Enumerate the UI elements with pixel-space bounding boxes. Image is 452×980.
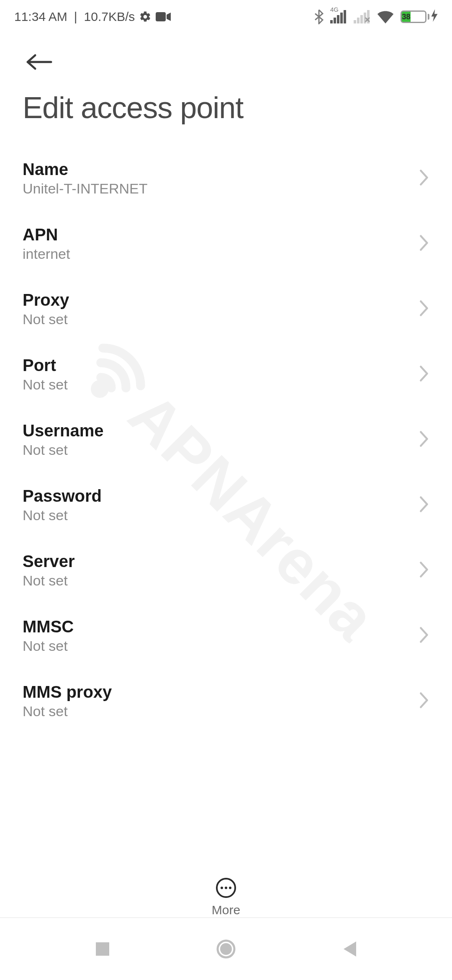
system-nav-bar <box>0 917 452 980</box>
app-header: Edit access point <box>0 34 452 129</box>
status-time: 11:34 AM <box>14 10 67 24</box>
settings-list: Name Unitel-T-INTERNET APN internet Prox… <box>0 129 452 724</box>
chevron-right-icon <box>419 561 429 580</box>
svg-rect-7 <box>357 18 360 23</box>
svg-rect-2 <box>334 18 336 23</box>
signal-sim1: 4G <box>330 10 347 23</box>
svg-point-15 <box>229 887 231 889</box>
chevron-right-icon <box>419 495 429 515</box>
status-data-rate: 10.7KB/s <box>84 10 135 24</box>
svg-point-13 <box>221 887 223 889</box>
setting-password[interactable]: Password Not set <box>0 472 452 538</box>
svg-rect-5 <box>344 10 346 23</box>
battery-percentage: 38 <box>402 12 411 22</box>
setting-label: APN <box>23 225 70 244</box>
svg-rect-3 <box>337 15 339 23</box>
setting-label: Proxy <box>23 291 69 309</box>
setting-value: Unitel-T-INTERNET <box>23 181 147 197</box>
svg-point-14 <box>225 887 227 889</box>
setting-mms-proxy[interactable]: MMS proxy Not set <box>0 668 452 724</box>
scroll-area[interactable]: Name Unitel-T-INTERNET APN internet Prox… <box>0 129 452 724</box>
svg-rect-6 <box>354 20 356 23</box>
wifi-icon <box>377 10 394 23</box>
gear-icon <box>139 10 152 23</box>
setting-label: Server <box>23 552 75 571</box>
svg-rect-4 <box>340 13 343 23</box>
status-divider: | <box>74 10 77 24</box>
setting-proxy[interactable]: Proxy Not set <box>0 276 452 342</box>
setting-label: Password <box>23 487 102 505</box>
status-right: 4G 38 <box>314 9 438 24</box>
nav-back-button[interactable] <box>341 940 358 958</box>
more-button[interactable]: More <box>212 877 240 917</box>
nav-recent-button[interactable] <box>94 941 111 957</box>
setting-port[interactable]: Port Not set <box>0 342 452 407</box>
setting-username[interactable]: Username Not set <box>0 407 452 472</box>
chevron-right-icon <box>419 430 429 449</box>
battery-indicator: 38 <box>401 9 438 24</box>
status-left: 11:34 AM | 10.7KB/s <box>14 10 171 24</box>
svg-rect-1 <box>330 20 333 23</box>
setting-value: internet <box>23 246 70 262</box>
more-label: More <box>212 903 240 917</box>
setting-value: Not set <box>23 311 69 328</box>
setting-label: Port <box>23 356 68 375</box>
setting-name[interactable]: Name Unitel-T-INTERNET <box>0 146 452 211</box>
setting-label: MMSC <box>23 617 74 636</box>
svg-rect-8 <box>360 15 363 23</box>
svg-rect-0 <box>156 12 166 21</box>
svg-point-18 <box>220 943 232 955</box>
setting-value: Not set <box>23 703 112 720</box>
back-button[interactable] <box>23 50 55 74</box>
svg-rect-16 <box>96 942 109 956</box>
signal-sim2 <box>354 10 370 23</box>
chevron-right-icon <box>419 365 429 384</box>
setting-value: Not set <box>23 377 68 393</box>
setting-apn[interactable]: APN internet <box>0 211 452 276</box>
setting-value: Not set <box>23 638 74 654</box>
setting-value: Not set <box>23 442 103 458</box>
setting-label: MMS proxy <box>23 683 112 701</box>
charging-icon <box>431 9 438 24</box>
chevron-right-icon <box>419 169 429 188</box>
setting-value: Not set <box>23 507 102 524</box>
chevron-right-icon <box>419 234 429 253</box>
status-bar: 11:34 AM | 10.7KB/s 4G 38 <box>0 0 452 34</box>
signal-4g-label: 4G <box>330 6 339 13</box>
nav-home-button[interactable] <box>215 938 237 960</box>
page-title: Edit access point <box>23 90 429 125</box>
setting-mmsc[interactable]: MMSC Not set <box>0 603 452 668</box>
chevron-right-icon <box>419 299 429 319</box>
chevron-right-icon <box>419 626 429 645</box>
bluetooth-icon <box>314 9 324 24</box>
list-fade-mask <box>0 808 452 842</box>
setting-label: Name <box>23 160 147 179</box>
setting-label: Username <box>23 421 103 440</box>
bottom-toolbar: More <box>0 869 452 917</box>
setting-value: Not set <box>23 573 75 589</box>
setting-server[interactable]: Server Not set <box>0 538 452 603</box>
video-icon <box>156 11 171 22</box>
chevron-right-icon <box>419 691 429 711</box>
